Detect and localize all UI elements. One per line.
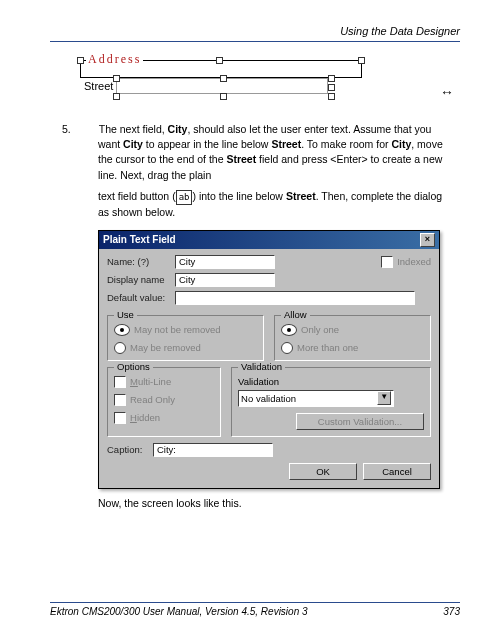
step-paragraph: 5. The next field, City, should also let… — [80, 122, 450, 183]
step-number: 5. — [80, 122, 96, 137]
dialog-body: Name: (?) City Indexed Display name City… — [99, 249, 439, 488]
resize-handle[interactable] — [358, 57, 365, 64]
radio-selected-icon — [281, 324, 297, 336]
checkbox-icon — [114, 412, 126, 424]
page-number: 373 — [443, 606, 460, 617]
checkbox-icon — [114, 376, 126, 388]
multiline-checkbox[interactable]: MMulti-Lineulti-Line — [114, 376, 214, 388]
address-diagram: Address Street ↔ — [80, 60, 430, 110]
cancel-button[interactable]: Cancel — [363, 463, 431, 480]
street-label: Street — [84, 80, 113, 92]
resize-handle[interactable] — [113, 75, 120, 82]
use-may-not-remove-radio[interactable]: May not be removed — [114, 324, 257, 336]
display-name-label: Display name — [107, 274, 175, 285]
name-input[interactable]: City — [175, 255, 275, 269]
caption-label: Caption: — [107, 444, 153, 455]
default-value-input[interactable] — [175, 291, 415, 305]
dialog-titlebar[interactable]: Plain Text Field × — [99, 231, 439, 249]
use-groupbox: Use May not be removed May be removed — [107, 315, 264, 361]
header-rule — [50, 41, 460, 42]
after-dialog-text: Now, the screen looks like this. — [98, 497, 450, 509]
readonly-checkbox[interactable]: Read Only — [114, 394, 214, 406]
hidden-checkbox[interactable]: HHiddenidden — [114, 412, 214, 424]
footer-rule — [50, 602, 460, 603]
resize-handle[interactable] — [328, 84, 335, 91]
default-value-label: Default value: — [107, 292, 175, 303]
footer-manual-title: Ektron CMS200/300 User Manual, Version 4… — [50, 606, 308, 617]
ok-button[interactable]: OK — [289, 463, 357, 480]
resize-handle[interactable] — [328, 75, 335, 82]
name-label: Name: (?) — [107, 256, 175, 267]
page-footer: Ektron CMS200/300 User Manual, Version 4… — [50, 602, 460, 617]
radio-icon — [281, 342, 293, 354]
chevron-down-icon: ▼ — [377, 391, 391, 405]
use-may-remove-radio[interactable]: May be removed — [114, 342, 257, 354]
allow-legend: Allow — [281, 309, 310, 320]
resize-arrow-icon: ↔ — [440, 84, 480, 100]
close-icon[interactable]: × — [420, 233, 435, 247]
section-header: Using the Data Designer — [50, 25, 460, 37]
resize-handle[interactable] — [220, 93, 227, 100]
resize-handle[interactable] — [220, 75, 227, 82]
dialog-title: Plain Text Field — [103, 234, 176, 245]
manual-page: Using the Data Designer Address Street ↔… — [0, 0, 500, 635]
options-legend: Options — [114, 361, 153, 372]
resize-handle[interactable] — [77, 57, 84, 64]
resize-handle[interactable] — [328, 93, 335, 100]
caption-input[interactable]: City: — [153, 443, 273, 457]
options-groupbox: Options MMulti-Lineulti-Line Read Only H… — [107, 367, 221, 437]
plain-text-field-icon: ab — [176, 190, 193, 205]
allow-only-one-radio[interactable]: Only one — [281, 324, 424, 336]
radio-icon — [114, 342, 126, 354]
validation-select[interactable]: No validation ▼ — [238, 390, 394, 407]
checkbox-icon — [381, 256, 393, 268]
resize-handle[interactable] — [216, 57, 223, 64]
step-paragraph-continued: text field button (ab) into the line bel… — [98, 189, 450, 220]
allow-more-than-one-radio[interactable]: More than one — [281, 342, 424, 354]
custom-validation-button[interactable]: Custom Validation... — [296, 413, 424, 430]
checkbox-icon — [114, 394, 126, 406]
resize-handle[interactable] — [113, 93, 120, 100]
indexed-checkbox[interactable]: Indexed — [381, 256, 431, 268]
validation-groupbox: Validation Validation No validation ▼ Cu… — [231, 367, 431, 437]
display-name-input[interactable]: City — [175, 273, 275, 287]
address-legend: Address — [86, 52, 143, 67]
radio-selected-icon — [114, 324, 130, 336]
dialog-button-row: OK Cancel — [107, 463, 431, 480]
plain-text-field-dialog: Plain Text Field × Name: (?) City Indexe… — [98, 230, 440, 489]
allow-groupbox: Allow Only one More than one — [274, 315, 431, 361]
validation-legend: Validation — [238, 361, 285, 372]
use-legend: Use — [114, 309, 137, 320]
validation-label: Validation — [238, 376, 424, 387]
